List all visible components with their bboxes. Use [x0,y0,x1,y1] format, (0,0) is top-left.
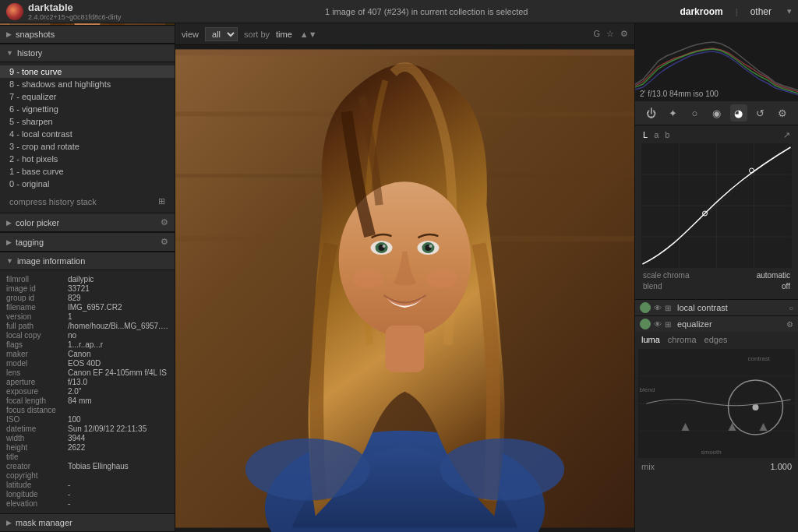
history-header[interactable]: ▼ history [0,44,175,62]
info-copyright: copyright [6,471,168,480]
dot-circle-icon[interactable]: ◉ [708,104,725,122]
svg-point-24 [429,245,432,248]
filmstrip-settings-icon[interactable]: ⚙ [620,29,628,39]
image-info-section: filmroll dailypic image id 33721 group i… [0,270,175,513]
thumbnail-image [0,23,175,25]
history-item-2[interactable]: 2 - hot pixels [0,153,175,165]
color-picker-header[interactable]: ▶ color picker ⚙ [0,213,175,232]
mask-manager-header[interactable]: ▶ mask manager [0,513,175,532]
mode-separator: | [736,7,738,16]
scale-chroma-val[interactable]: automatic [757,271,790,280]
curve-tab-a[interactable]: a [654,130,659,140]
color-circle-icon[interactable]: ◕ [730,104,747,122]
history-item-6[interactable]: 6 - vignetting [0,103,175,115]
svg-point-20 [383,245,386,248]
sort-direction-icon[interactable]: ▲▼ [300,30,317,39]
mix-val[interactable]: 1.000 [770,462,792,471]
equalizer-toggle[interactable] [640,319,651,329]
local-contrast-circle-icon[interactable]: ○ [789,304,793,312]
histogram-area: 2' f/13.0 84mm iso 100 [635,23,798,101]
history-item-8[interactable]: 8 - shadows and highlights [0,78,175,90]
darkroom-mode-btn[interactable]: darkroom [675,5,727,19]
thumbnail-svg [9,23,165,25]
info-focusdistance: focus distance [6,406,168,414]
equalizer-settings-icon[interactable]: ⚙ [786,320,793,329]
local-contrast-row: 👁 ⊞ local contrast ○ [635,299,798,315]
power-icon[interactable]: ⏻ [642,104,659,122]
compress-history-btn[interactable]: compress history stack ⊞ [0,193,175,210]
tool-icons-row: ⏻ ✦ ○ ◉ ◕ ↺ ⚙ [635,101,798,125]
equalizer-eye-icon[interactable]: 👁 [654,320,662,329]
tone-curve-section: L a b ↗ [635,125,798,299]
mode-switcher: darkroom | other ▾ [675,5,792,19]
filmstrip-icons: G ☆ ⚙ [593,29,628,39]
right-panel: 2' f/13.0 84mm iso 100 ⏻ ✦ ○ ◉ ◕ ↺ ⚙ L a… [634,23,798,532]
info-longitude: longitude - [6,490,168,499]
eq-graph[interactable]: contrast blend smooth [638,349,795,458]
info-iso: ISO 100 [6,415,168,424]
svg-point-25 [353,270,384,288]
image-info-label: image information [17,256,85,266]
view-label: view [182,30,199,39]
tagging-header[interactable]: ▶ tagging ⚙ [0,232,175,252]
image-area [175,45,634,532]
curve-tab-L[interactable]: L [643,130,648,140]
info-lens: lens Canon EF 24-105mm f/4L IS [6,368,168,377]
local-contrast-eye-icon[interactable]: 👁 [654,304,662,312]
curve-tabs: L a b ↗ [638,129,795,143]
app-title: darktable [28,2,122,13]
info-groupid: group id 829 [6,294,168,302]
equalizer-label: equalizer [677,319,783,329]
compress-icon: ⊞ [158,196,165,206]
blend-label: blend [643,282,662,291]
other-mode-btn[interactable]: other [746,5,776,19]
filmstrip-g-icon[interactable]: G [593,29,600,39]
local-contrast-toggle[interactable] [640,302,651,313]
curve-expand-icon[interactable]: ↗ [783,130,790,140]
history-item-3[interactable]: 3 - crop and rotate [0,140,175,153]
history-item-9[interactable]: 9 - tone curve [0,65,175,78]
equalizer-info-icon[interactable]: ⊞ [665,320,671,329]
image-info-header[interactable]: ▼ image information [0,252,175,270]
settings-icon[interactable]: ⚙ [774,104,791,122]
star-icon[interactable]: ✦ [664,104,681,122]
tagging-settings-icon[interactable]: ⚙ [161,237,168,247]
dropdown-arrow[interactable]: ▾ [787,6,792,16]
snapshots-header[interactable]: ▶ snapshots [0,25,175,44]
blend-val[interactable]: off [782,282,790,291]
histogram-info: 2' f/13.0 84mm iso 100 [640,90,719,98]
sort-value[interactable]: time [276,30,292,39]
curve-graph[interactable] [641,143,792,268]
svg-point-5 [97,23,128,25]
circle-icon[interactable]: ○ [686,104,703,122]
eq-tab-edges[interactable]: edges [704,335,728,344]
history-arrow: ▼ [6,49,13,57]
local-contrast-info-icon[interactable]: ⊞ [665,304,671,312]
info-height: height 2622 [6,443,168,452]
equalizer-module-row: 👁 ⊞ equalizer ⚙ [635,315,798,332]
filmstrip-star-icon[interactable]: ☆ [606,29,614,39]
history-item-4[interactable]: 4 - local contrast [0,128,175,140]
eq-tab-chroma[interactable]: chroma [668,335,697,344]
history-item-7[interactable]: 7 - equalizer [0,90,175,103]
curve-tab-b[interactable]: b [665,130,669,140]
info-flags: flags 1...r..ap...r [6,340,168,349]
info-elevation: elevation - [6,499,168,508]
blend-row: blend off [643,282,790,291]
main-layout: 100%▾ ▶ snapshots ▼ history 9 - tone cur… [0,23,798,532]
eq-tab-luma[interactable]: luma [641,335,660,344]
scale-chroma-row: scale chroma automatic [643,271,790,280]
mask-manager-label: mask manager [16,518,72,527]
history-item-5[interactable]: 5 - sharpen [0,115,175,128]
history-item-1[interactable]: 1 - base curve [0,165,175,178]
view-select[interactable]: all [205,27,238,41]
info-exposure: exposure 2.0" [6,387,168,396]
tagging-arrow: ▶ [6,238,12,246]
color-picker-settings-icon[interactable]: ⚙ [161,217,168,227]
loop-icon[interactable]: ↺ [752,104,769,122]
curve-controls: scale chroma automatic blend off [638,268,795,296]
info-creator: creator Tobias Ellinghaus [6,462,168,470]
history-item-0[interactable]: 0 - original [0,178,175,190]
svg-rect-10 [175,50,634,56]
darktable-logo [6,3,23,20]
